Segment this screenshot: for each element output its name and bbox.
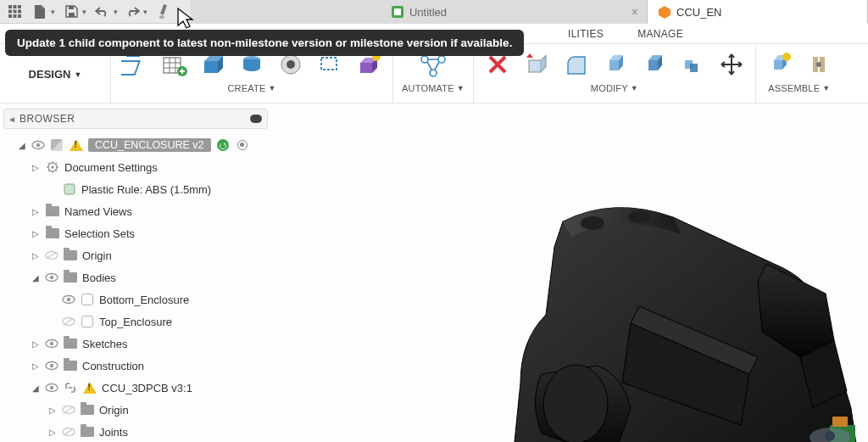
tab-label: CCU_EN bbox=[676, 6, 721, 19]
tree-item-selection-sets[interactable]: ▷ Selection Sets bbox=[5, 222, 264, 244]
visibility-hidden-icon[interactable] bbox=[62, 427, 75, 437]
folder-icon bbox=[63, 250, 78, 260]
shell-icon[interactable] bbox=[638, 49, 669, 80]
visibility-icon[interactable] bbox=[45, 361, 58, 371]
menu-tab-utilities[interactable]: ILITIES bbox=[551, 24, 620, 43]
tree-item-body[interactable]: ▷ Top_Enclosure bbox=[5, 311, 264, 333]
document-tabs: Untitled × CCU_EN bbox=[191, 0, 868, 24]
tooltip: Update 1 child component to latest non-m… bbox=[5, 30, 524, 56]
activate-radio-icon[interactable] bbox=[235, 140, 250, 150]
move-icon[interactable] bbox=[716, 49, 747, 80]
group-label-automate[interactable]: AUTOMATE▼ bbox=[402, 83, 465, 93]
visibility-hidden-icon[interactable] bbox=[45, 250, 58, 260]
visibility-hidden-icon[interactable] bbox=[62, 316, 75, 327]
tree-item-named-views[interactable]: ▷ Named Views bbox=[5, 200, 264, 222]
svg-line-72 bbox=[64, 406, 74, 413]
svg-rect-1 bbox=[13, 5, 16, 8]
design-doc-icon bbox=[391, 5, 404, 19]
joint-icon[interactable] bbox=[804, 49, 834, 80]
svg-point-35 bbox=[421, 56, 428, 63]
tree-item-body[interactable]: ▷ Bottom_Enclosure bbox=[5, 288, 264, 311]
svg-marker-46 bbox=[690, 64, 698, 72]
linked-component-icon bbox=[63, 381, 78, 394]
tab-untitled[interactable]: Untitled × bbox=[191, 0, 648, 24]
tree-item-joints[interactable]: ▷ Joints bbox=[5, 421, 264, 442]
svg-point-60 bbox=[50, 276, 53, 279]
svg-rect-9 bbox=[69, 13, 75, 17]
tree-item-origin[interactable]: ▷ Origin bbox=[5, 399, 264, 421]
redo-icon[interactable] bbox=[123, 3, 142, 21]
svg-rect-14 bbox=[394, 8, 401, 15]
new-file-icon[interactable] bbox=[31, 3, 49, 21]
tree-item-origin[interactable]: ▷ Origin bbox=[5, 244, 264, 266]
folder-icon bbox=[63, 338, 78, 349]
tree-item-subcomponent[interactable]: ◢ CCU_3DPCB v3:1 bbox=[5, 377, 264, 399]
visibility-icon[interactable] bbox=[45, 338, 58, 349]
tree-root[interactable]: ◢ CCU_ENCLOSURE v2 ⭯ bbox=[5, 134, 264, 156]
browser-tree: ◢ CCU_ENCLOSURE v2 ⭯ ▷ Document Settings… bbox=[3, 129, 268, 442]
svg-rect-7 bbox=[13, 14, 16, 18]
tree-item-bodies[interactable]: ◢ Bodies bbox=[5, 266, 264, 288]
svg-point-75 bbox=[581, 216, 604, 230]
folder-icon bbox=[45, 228, 60, 238]
svg-line-74 bbox=[64, 428, 74, 435]
body-icon bbox=[80, 316, 95, 327]
svg-marker-39 bbox=[609, 60, 619, 70]
combine-icon[interactable] bbox=[677, 49, 708, 80]
svg-point-29 bbox=[287, 60, 295, 69]
tree-item-plastic-rule[interactable]: ▷ Plastic Rule: ABS (1.5mm) bbox=[5, 178, 264, 200]
body-icon bbox=[80, 294, 95, 305]
svg-rect-10 bbox=[69, 6, 74, 9]
group-label-assemble[interactable]: ASSEMBLE▼ bbox=[768, 83, 830, 93]
tab-ccu-enclosure[interactable]: CCU_EN bbox=[648, 0, 868, 24]
svg-line-64 bbox=[64, 318, 74, 325]
svg-rect-6 bbox=[8, 14, 12, 18]
folder-icon bbox=[63, 272, 78, 283]
save-indicator-icon[interactable]: ⭯ bbox=[215, 139, 231, 151]
quick-access-toolbar: ▾ ▾ ▾ ▾ Untitled × CCU_EN bbox=[0, 0, 868, 24]
svg-point-76 bbox=[628, 211, 650, 223]
svg-rect-0 bbox=[8, 5, 12, 8]
browser-header[interactable]: ◄ BROWSER bbox=[3, 109, 268, 129]
plastic-rule-icon bbox=[62, 182, 77, 196]
tree-item-construction[interactable]: ▷ Construction bbox=[5, 355, 264, 377]
update-component-icon[interactable] bbox=[153, 3, 171, 21]
visibility-icon[interactable] bbox=[62, 294, 75, 305]
svg-point-66 bbox=[50, 342, 53, 345]
undo-icon[interactable] bbox=[93, 3, 112, 21]
folder-icon bbox=[80, 405, 95, 415]
visibility-icon[interactable] bbox=[45, 383, 58, 393]
3d-model-viewport[interactable] bbox=[461, 187, 860, 442]
tree-item-document-settings[interactable]: ▷ Document Settings bbox=[5, 156, 264, 178]
svg-rect-11 bbox=[160, 4, 167, 15]
new-component-icon[interactable] bbox=[765, 49, 795, 80]
group-label-create[interactable]: CREATE▼ bbox=[227, 83, 275, 93]
component-icon bbox=[49, 139, 64, 151]
svg-point-77 bbox=[543, 365, 608, 442]
tree-item-sketches[interactable]: ▷ Sketches bbox=[5, 333, 264, 355]
press-pull-icon[interactable] bbox=[521, 49, 552, 80]
apps-grid-icon[interactable] bbox=[5, 3, 24, 21]
svg-rect-3 bbox=[8, 10, 12, 14]
root-label: CCU_ENCLOSURE v2 bbox=[88, 138, 211, 152]
panel-pin-icon[interactable] bbox=[250, 115, 262, 123]
visibility-icon[interactable] bbox=[31, 140, 45, 150]
svg-rect-4 bbox=[13, 10, 16, 14]
close-tab-icon[interactable]: × bbox=[632, 5, 638, 19]
visibility-hidden-icon[interactable] bbox=[62, 405, 75, 415]
svg-rect-8 bbox=[18, 14, 21, 18]
svg-rect-32 bbox=[360, 63, 372, 73]
fillet-icon[interactable] bbox=[560, 49, 591, 80]
svg-point-70 bbox=[50, 386, 53, 389]
settings-gear-icon bbox=[45, 160, 60, 174]
svg-rect-38 bbox=[529, 60, 541, 72]
menu-tab-manage[interactable]: MANAGE bbox=[620, 24, 700, 43]
group-label-modify[interactable]: MODIFY▼ bbox=[591, 83, 638, 93]
save-icon[interactable] bbox=[62, 3, 81, 21]
svg-marker-15 bbox=[659, 6, 670, 19]
svg-point-12 bbox=[159, 15, 164, 19]
canvas[interactable]: ◄ BROWSER ◢ CCU_ENCLOSURE v2 ⭯ ▷ Documen… bbox=[0, 104, 868, 442]
visibility-icon[interactable] bbox=[45, 272, 58, 283]
svg-point-51 bbox=[816, 62, 821, 67]
chamfer-icon[interactable] bbox=[599, 49, 630, 80]
